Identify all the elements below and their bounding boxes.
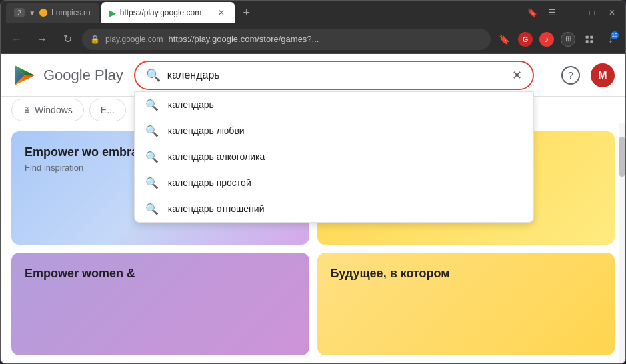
refresh-button[interactable]: ↻ [57, 29, 78, 50]
extensions-button[interactable] [580, 30, 599, 49]
scrollbar[interactable] [619, 123, 625, 363]
address-url: https://play.google.com/store/games?... [169, 34, 483, 44]
promo-card-3-title: Empower women & [25, 266, 296, 281]
search-suggestion-4[interactable]: 🔍 календарь простой [135, 170, 533, 196]
browser-window: 2 ▼ Lumpics.ru ▶ https://play.google.com… [0, 0, 626, 364]
tab-active[interactable]: ▶ https://play.google.com ✕ [101, 2, 235, 23]
forward-button[interactable]: → [31, 29, 53, 50]
address-bar[interactable]: 🔒 play.google.com https://play.google.co… [82, 29, 491, 50]
bookmark-toolbar-button[interactable]: 🔖 [524, 5, 540, 21]
tab-count: 2 [14, 8, 25, 17]
search-suggestion-text-4: календарь простой [168, 177, 523, 188]
promo-card-3[interactable]: Empower women & [11, 253, 309, 356]
ext1-button[interactable]: G [516, 30, 535, 49]
ext2-button[interactable]: ♪ [537, 30, 556, 49]
search-clear-button[interactable]: ✕ [512, 68, 522, 83]
help-button[interactable]: ? [559, 63, 583, 87]
search-suggestion-icon-3: 🔍 [145, 151, 159, 163]
search-suggestion-5[interactable]: 🔍 календарь отношений [135, 196, 533, 222]
gplay-logo-text: Google Play [43, 67, 123, 84]
svg-rect-3 [590, 40, 593, 43]
scrollbar-thumb [619, 137, 625, 177]
menu-button[interactable]: ☰ [544, 5, 560, 21]
title-bar: 2 ▼ Lumpics.ru ▶ https://play.google.com… [1, 1, 625, 25]
search-dropdown: 🔍 календарь 🔍 календарь любви 🔍 календар… [134, 91, 534, 223]
second-tab-label: E... [101, 105, 115, 115]
svg-rect-2 [586, 40, 589, 43]
user-avatar[interactable]: M [591, 63, 615, 87]
download-badge: 10 [611, 31, 619, 39]
search-suggestion-1[interactable]: 🔍 календарь [135, 92, 533, 118]
search-suggestion-text-1: календарь [168, 99, 523, 110]
search-suggestion-text-2: календарь любви [168, 125, 523, 136]
search-container: 🔍 календарь ✕ 🔍 календарь 🔍 календарь лю… [134, 61, 534, 90]
new-tab-button[interactable]: + [237, 3, 256, 22]
gplay-logo-icon [11, 62, 38, 89]
search-icon: 🔍 [146, 68, 161, 83]
search-suggestion-icon-1: 🔍 [145, 99, 159, 111]
tab-inactive-label: Lumpics.ru [51, 8, 91, 17]
search-suggestion-icon-2: 🔍 [145, 125, 159, 137]
svg-rect-1 [590, 35, 593, 38]
search-suggestion-3[interactable]: 🔍 календарь алкоголика [135, 144, 533, 170]
windows-tab-label: Windows [35, 105, 73, 115]
svg-rect-0 [586, 35, 589, 38]
windows-tab-icon: 🖥 [23, 105, 31, 115]
tab-inactive-dropdown-icon: ▼ [29, 9, 35, 17]
nav-bar: ← → ↻ 🔒 play.google.com https://play.goo… [1, 25, 625, 54]
ext1-icon: G [518, 32, 533, 47]
gplay-header: Google Play 🔍 календарь ✕ 🔍 календарь 🔍 [1, 54, 625, 97]
gplay-logo: Google Play [11, 62, 123, 89]
page-content: Google Play 🔍 календарь ✕ 🔍 календарь 🔍 [1, 54, 625, 363]
bookmark-button[interactable]: 🔖 [495, 30, 513, 49]
lock-icon: 🔒 [90, 35, 100, 44]
search-suggestion-icon-5: 🔍 [145, 203, 159, 215]
tab-inactive[interactable]: 2 ▼ Lumpics.ru [6, 3, 99, 23]
ext3-icon: ⊞ [561, 32, 575, 47]
search-suggestion-icon-4: 🔍 [145, 177, 159, 189]
address-domain: play.google.com [105, 35, 163, 44]
download-button[interactable]: ↓ 10 [601, 30, 620, 49]
ext3-button[interactable]: ⊞ [559, 30, 577, 49]
search-suggestion-text-5: календарь отношений [168, 203, 523, 214]
maximize-button[interactable]: □ [584, 5, 600, 21]
search-box[interactable]: 🔍 календарь ✕ [134, 61, 534, 90]
tab-close-button[interactable]: ✕ [216, 7, 227, 18]
promo-card-4-title: Будущее, в котором [331, 266, 602, 281]
header-right: ? M [559, 63, 615, 87]
tab-inactive-favicon [39, 9, 47, 17]
promo-card-4[interactable]: Будущее, в котором [317, 253, 615, 356]
search-input[interactable]: календарь [167, 69, 505, 81]
nav-toolbar: 🔖 G ♪ ⊞ ↓ 10 [495, 30, 620, 49]
second-tab[interactable]: E... [89, 99, 126, 121]
search-suggestion-text-3: календарь алкоголика [168, 151, 523, 162]
windows-tab[interactable]: 🖥 Windows [11, 99, 84, 121]
tab-active-favicon: ▶ [109, 8, 116, 18]
minimize-button[interactable]: — [564, 5, 580, 21]
search-suggestion-2[interactable]: 🔍 календарь любви [135, 118, 533, 144]
tab-active-label: https://play.google.com [120, 8, 212, 17]
tab-group: 2 ▼ Lumpics.ru ▶ https://play.google.com… [6, 2, 520, 23]
back-button[interactable]: ← [6, 29, 27, 50]
help-icon: ? [561, 66, 580, 85]
close-button[interactable]: ✕ [604, 5, 620, 21]
window-controls: 🔖 ☰ — □ ✕ [524, 5, 620, 21]
ext2-icon: ♪ [539, 32, 554, 47]
